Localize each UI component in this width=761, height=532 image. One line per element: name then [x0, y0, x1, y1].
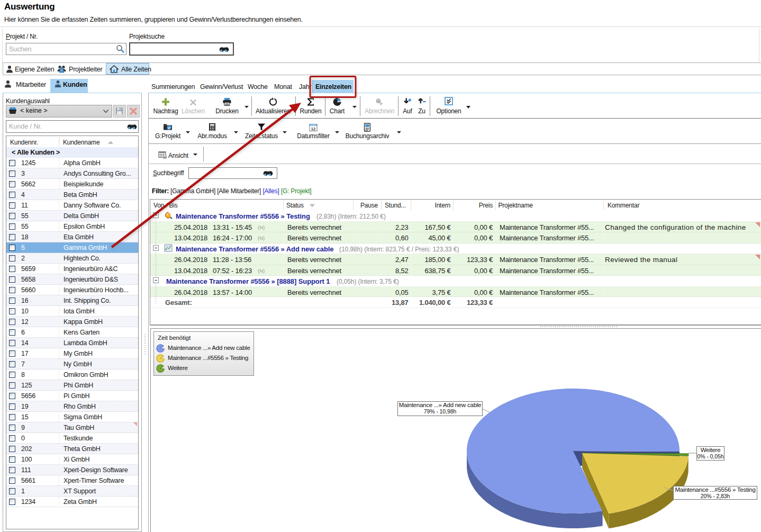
svg-text:12: 12 [311, 127, 315, 131]
